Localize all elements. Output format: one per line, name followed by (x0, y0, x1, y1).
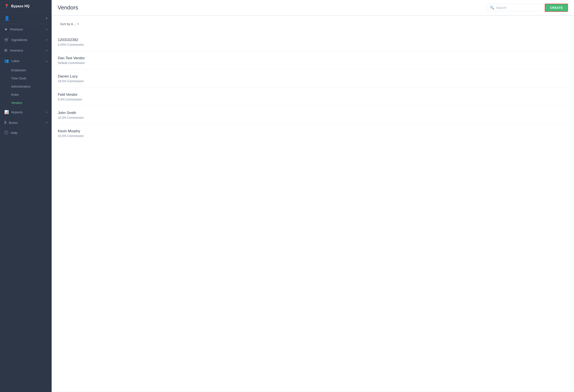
vendor-item[interactable]: Darren Lucy 18.0% Commission (58, 70, 568, 88)
sort-label: Sort by A... (60, 22, 76, 26)
sidebar-title: Bypass HQ (11, 4, 29, 8)
dollar-icon: $ (4, 120, 6, 125)
location-icon: 📍 (4, 4, 9, 9)
basket-icon: 🛒 (4, 37, 9, 42)
chevron-down-icon: ▾ (46, 38, 47, 41)
chevron-up-icon: ▴ (46, 59, 47, 62)
sidebar-item-inventory[interactable]: ⊞ Inventory ▾ (0, 45, 52, 56)
help-icon: ? (4, 131, 8, 135)
chevron-down-icon: ▾ (46, 49, 47, 52)
vendor-commission: Default Commission (58, 61, 568, 65)
search-icon: 🔍 (490, 6, 494, 10)
user-icon: 👤 (4, 16, 10, 21)
sidebar-item-bucks[interactable]: $ Bucks ▾ (0, 117, 52, 128)
sidebar: 📍 Bypass HQ 👤 ▾ ★ Premium ▾ 🛒 Ingredient… (0, 0, 52, 392)
chart-icon: 📊 (4, 110, 9, 114)
grid-icon: ⊞ (4, 48, 7, 53)
vendor-item[interactable]: Feld Vendor 5.0% Commission (58, 88, 568, 106)
sidebar-item-administrators[interactable]: Administrators (0, 82, 52, 91)
user-chevron-icon: ▾ (46, 17, 47, 20)
sidebar-item-help[interactable]: ? Help (0, 128, 52, 138)
content-area: Sort by A... ▾ 1203102392 4.05% Commissi… (52, 16, 574, 392)
sidebar-user[interactable]: 👤 ▾ (0, 13, 52, 24)
vendor-list: 1203102392 4.05% Commission Dan Test Ven… (58, 33, 568, 142)
sidebar-item-premium[interactable]: ★ Premium ▾ (0, 24, 52, 35)
search-wrapper: 🔍 (487, 4, 542, 11)
people-icon: 👥 (4, 59, 9, 63)
sort-chevron-icon: ▾ (77, 22, 79, 26)
vendor-commission: 10.0% Commission (58, 116, 568, 119)
sidebar-header: 📍 Bypass HQ (0, 0, 52, 13)
vendor-commission: 10.0% Commission (58, 134, 568, 138)
vendor-name: Kevin Murphy (58, 129, 568, 133)
vendor-name: Darren Lucy (58, 74, 568, 78)
vendor-item[interactable]: John Smith 10.0% Commission (58, 106, 568, 124)
sidebar-item-time-clock[interactable]: Time Clock (0, 74, 52, 82)
chevron-down-icon: ▾ (46, 121, 47, 124)
sidebar-item-reports[interactable]: 📊 Reports ▾ (0, 107, 52, 117)
vendor-commission: 18.0% Commission (58, 79, 568, 83)
top-bar-right: 🔍 CREATE (487, 4, 568, 12)
sidebar-item-label: Ingredients (11, 38, 27, 42)
sort-bar: Sort by A... ▾ (58, 21, 568, 27)
sidebar-item-label: Inventory (10, 49, 23, 52)
top-bar: Vendors 🔍 CREATE (52, 0, 574, 16)
sort-dropdown[interactable]: Sort by A... ▾ (58, 21, 81, 27)
vendor-name: Feld Vendor (58, 93, 568, 97)
vendor-commission: 4.05% Commission (58, 43, 568, 46)
sidebar-item-label: Premium (10, 27, 23, 31)
vendor-name: 1203102392 (58, 38, 568, 42)
sidebar-item-label: Bucks (9, 121, 18, 125)
sidebar-item-labor[interactable]: 👥 Labor ▴ (0, 56, 52, 66)
vendor-commission: 5.0% Commission (58, 98, 568, 101)
sidebar-item-vendors[interactable]: Vendors (0, 99, 52, 107)
chevron-down-icon: ▾ (46, 111, 47, 114)
vendor-item[interactable]: Kevin Murphy 10.0% Commission (58, 124, 568, 142)
sidebar-item-label: Labor (11, 59, 20, 63)
sidebar-item-label: Reports (11, 110, 23, 114)
star-icon: ★ (4, 27, 7, 32)
sidebar-item-roles[interactable]: Roles (0, 91, 52, 99)
vendor-name: John Smith (58, 111, 568, 115)
sidebar-item-label: Help (11, 131, 18, 135)
main-content: Vendors 🔍 CREATE Sort by A... ▾ 12031023… (52, 0, 574, 392)
vendor-item[interactable]: Dan Test Vendor Default Commission (58, 51, 568, 70)
vendor-name: Dan Test Vendor (58, 56, 568, 60)
create-button[interactable]: CREATE (545, 4, 568, 12)
vendor-item[interactable]: 1203102392 4.05% Commission (58, 33, 568, 51)
sidebar-item-employees[interactable]: Employees (0, 66, 52, 74)
search-input[interactable] (496, 6, 539, 9)
page-title: Vendors (58, 4, 78, 11)
sidebar-item-ingredients[interactable]: 🛒 Ingredients ▾ (0, 35, 52, 45)
chevron-down-icon: ▾ (46, 28, 47, 31)
